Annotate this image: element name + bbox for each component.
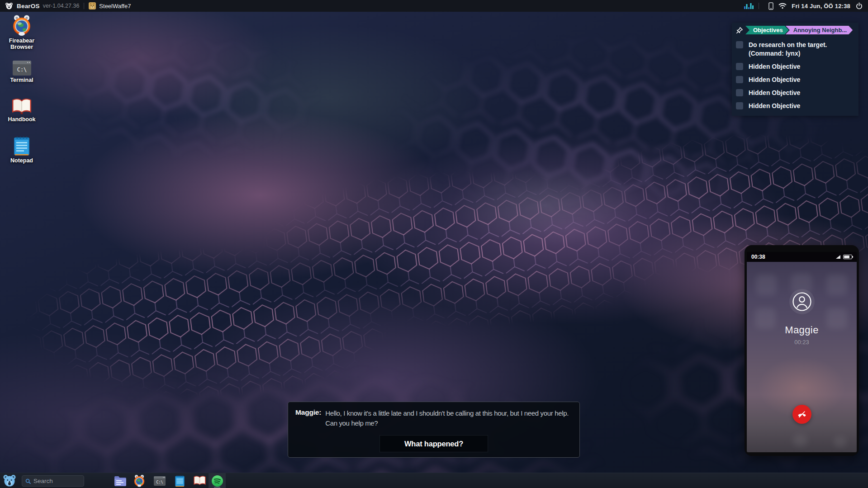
objective-row: Hidden Objective xyxy=(736,102,854,110)
caller-name: Maggie xyxy=(747,324,857,336)
person-icon xyxy=(792,292,812,312)
desktop-icon-handbook[interactable]: Handbook xyxy=(5,98,39,123)
terminal-icon: C:\ xyxy=(13,61,31,76)
top-status-bar: BearOS ver-1.04.27.36 SteelWaffe7 xyxy=(0,0,868,12)
desktop-icon-label: Handbook xyxy=(5,117,39,123)
divider xyxy=(84,3,84,9)
svg-text:C:\: C:\ xyxy=(157,479,163,484)
desktop-icon-notepad[interactable]: Notepad xyxy=(5,136,39,164)
objective-checkbox xyxy=(736,41,743,48)
taskbar-app-notepad[interactable] xyxy=(172,473,187,488)
objective-checkbox xyxy=(736,63,743,70)
phone-window: 00:38 Mag xyxy=(745,245,859,456)
clock: Fri 14 Jun, ÖÖ 12:38 xyxy=(792,3,850,9)
blurred-app-tile xyxy=(793,435,807,446)
taskbar-app-handbook[interactable] xyxy=(191,473,208,488)
taskbar-app-file-manager[interactable] xyxy=(112,473,128,488)
desktop-icon-label: Fireabear Browser xyxy=(5,38,39,50)
desktop-icon-fireabear-browser[interactable]: Fireabear Browser xyxy=(5,14,39,50)
phone-hangup-icon xyxy=(797,409,807,419)
objective-text: Hidden Objective xyxy=(749,89,800,97)
phone-clock: 00:38 xyxy=(751,254,765,260)
blurred-app-tile xyxy=(756,275,777,295)
bearos-logo-icon xyxy=(5,2,13,9)
objective-row: Hidden Objective xyxy=(736,89,854,97)
bear-start-icon xyxy=(3,474,16,487)
notepad-icon xyxy=(175,475,185,487)
taskbar-app-fireabear-browser[interactable] xyxy=(131,473,147,488)
start-menu-button[interactable] xyxy=(2,474,17,487)
objective-checkbox xyxy=(736,76,743,83)
svg-text:C:\: C:\ xyxy=(17,66,27,73)
username: SteelWaffe7 xyxy=(99,3,131,9)
handbook-icon xyxy=(11,98,32,115)
objectives-header: Objectives Annoying Neighb... xyxy=(736,26,854,34)
objective-text: Do research on the target. (Command: lyn… xyxy=(749,41,827,58)
network-activity-icon xyxy=(744,2,754,9)
dialogue-choice-button[interactable]: What happened? xyxy=(379,435,488,452)
objective-text: Hidden Objective xyxy=(749,62,800,71)
os-name: BearOS xyxy=(17,3,40,9)
objective-checkbox xyxy=(736,102,743,109)
notepad-icon xyxy=(13,136,30,156)
objective-text: Hidden Objective xyxy=(749,102,800,110)
fireabear-browser-icon xyxy=(11,14,33,36)
wifi-icon xyxy=(778,3,787,9)
bearos-desktop: BearOS ver-1.04.27.36 SteelWaffe7 xyxy=(0,0,868,488)
terminal-icon: C:\ xyxy=(154,476,166,486)
fireabear-browser-icon xyxy=(133,474,146,487)
os-version: ver-1.04.27.36 xyxy=(43,3,80,9)
hangup-button[interactable] xyxy=(792,405,811,424)
taskbar: C:\ xyxy=(0,473,868,488)
handbook-icon xyxy=(193,475,206,486)
call-screen: Maggie 00:23 xyxy=(747,262,857,452)
objective-text: Hidden Objective xyxy=(749,76,800,84)
user-avatar xyxy=(89,2,96,9)
dialogue-box: Maggie: Hello, I know it's a little late… xyxy=(288,402,580,458)
objective-row: Hidden Objective xyxy=(736,76,854,84)
phone-screen: 00:38 Mag xyxy=(747,252,857,452)
search-icon xyxy=(25,478,31,484)
signal-icon xyxy=(836,255,840,259)
tab-objectives[interactable]: Objectives xyxy=(745,26,789,34)
search-input[interactable] xyxy=(33,478,81,484)
desktop-icon-label: Notepad xyxy=(5,158,39,164)
dialogue-message: Hello, I know it's a little late and I s… xyxy=(325,408,572,428)
phone-tray-icon xyxy=(768,2,773,10)
tab-quest-annoying-neighbor[interactable]: Annoying Neighb... xyxy=(786,26,853,34)
caller-avatar xyxy=(789,289,815,314)
objectives-list: Do research on the target. (Command: lyn… xyxy=(736,41,854,110)
power-icon[interactable] xyxy=(855,2,863,10)
desktop-icon-label: Terminal xyxy=(5,77,39,84)
desktop-icon-terminal[interactable]: C:\ Terminal xyxy=(5,61,39,84)
blurred-app-tile xyxy=(826,275,847,295)
objective-row: Do research on the target. (Command: lyn… xyxy=(736,41,854,58)
blurred-app-tile xyxy=(834,436,846,447)
phone-status-bar: 00:38 xyxy=(747,252,857,262)
file-manager-icon xyxy=(114,476,127,486)
taskbar-app-terminal[interactable]: C:\ xyxy=(152,473,167,488)
spotify-icon xyxy=(211,475,223,487)
divider xyxy=(759,3,759,9)
objectives-panel: Objectives Annoying Neighb... Do researc… xyxy=(732,23,859,116)
dialogue-speaker: Maggie: xyxy=(295,408,321,417)
taskbar-app-spotify[interactable] xyxy=(209,473,226,488)
battery-icon xyxy=(843,255,852,259)
objective-checkbox xyxy=(736,89,743,96)
call-duration: 00:23 xyxy=(747,339,857,346)
pushpin-icon[interactable] xyxy=(736,27,743,34)
search-box xyxy=(22,475,84,487)
objective-row: Hidden Objective xyxy=(736,62,854,71)
